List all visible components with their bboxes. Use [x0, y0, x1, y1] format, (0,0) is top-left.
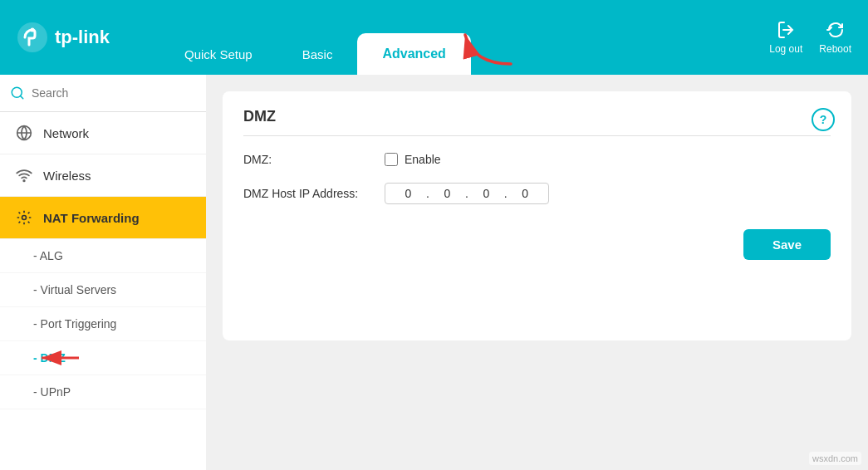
- sidebar-item-wireless-label: Wireless: [43, 169, 91, 183]
- sidebar-item-network-label: Network: [43, 126, 89, 140]
- sidebar-sub-item-upnp[interactable]: - UPnP: [0, 375, 206, 409]
- sidebar-item-wireless[interactable]: Wireless: [0, 154, 206, 197]
- search-input[interactable]: [32, 86, 196, 100]
- watermark: wsxdn.com: [809, 452, 861, 465]
- logo: tp-link: [17, 22, 110, 53]
- content-card: DMZ ? DMZ: Enable DMZ Host IP Address: .: [223, 91, 851, 340]
- ip-octet-4[interactable]: [511, 187, 540, 200]
- search-icon: [10, 86, 25, 100]
- ip-dot-1: .: [426, 187, 429, 200]
- search-bar: [0, 75, 206, 112]
- save-button[interactable]: Save: [743, 229, 831, 260]
- save-button-row: Save: [243, 229, 831, 260]
- dmz-host-ip-label: DMZ Host IP Address:: [243, 187, 368, 200]
- reboot-icon: [826, 20, 846, 40]
- content-area: DMZ ? DMZ: Enable DMZ Host IP Address: .: [206, 75, 868, 470]
- logo-text: tp-link: [55, 27, 110, 48]
- sidebar-item-nat-forwarding[interactable]: NAT Forwarding: [0, 197, 206, 239]
- dmz-label: DMZ:: [243, 153, 368, 166]
- sidebar-sub-item-alg[interactable]: - ALG: [0, 239, 206, 273]
- dmz-enable-row: DMZ: Enable: [243, 153, 831, 166]
- dmz-enable-checkbox[interactable]: [385, 153, 398, 166]
- ip-dot-2: .: [465, 187, 468, 200]
- ip-dot-3: .: [504, 187, 508, 200]
- wifi-icon: [15, 166, 33, 184]
- card-title: DMZ: [243, 108, 831, 136]
- svg-point-4: [23, 180, 25, 182]
- dmz-enable-checkbox-row: Enable: [385, 153, 441, 166]
- tab-basic[interactable]: Basic: [277, 33, 358, 75]
- logout-button[interactable]: Log out: [769, 20, 802, 55]
- ip-octet-2[interactable]: [433, 187, 462, 200]
- nat-icon: [15, 208, 33, 227]
- header: tp-link Quick Setup Basic Advanced Log o…: [0, 0, 868, 75]
- sidebar-sub-item-dmz[interactable]: - DMZ: [0, 341, 206, 375]
- main-layout: Network Wireless NAT Forwarding: [0, 75, 868, 470]
- reboot-button[interactable]: Reboot: [819, 20, 851, 55]
- ip-octet-1[interactable]: [394, 187, 423, 200]
- nav-tabs: Quick Setup Basic Advanced: [159, 0, 769, 75]
- ip-octet-3[interactable]: [472, 187, 501, 200]
- sidebar-sub-item-port-triggering[interactable]: - Port Triggering: [0, 307, 206, 341]
- svg-point-1: [31, 28, 35, 32]
- sidebar-sub-item-virtual-servers[interactable]: - Virtual Servers: [0, 273, 206, 307]
- ip-input: . . .: [385, 183, 549, 204]
- sidebar-item-nat-forwarding-label: NAT Forwarding: [43, 211, 140, 225]
- header-actions: Log out Reboot: [769, 20, 851, 55]
- svg-point-5: [22, 216, 27, 220]
- tp-link-logo-icon: [17, 22, 48, 53]
- help-icon[interactable]: ?: [812, 108, 835, 131]
- dmz-host-ip-row: DMZ Host IP Address: . . .: [243, 183, 831, 204]
- globe-icon: [15, 124, 33, 142]
- tab-advanced[interactable]: Advanced: [357, 33, 470, 75]
- logout-icon: [776, 20, 796, 40]
- sidebar-item-network[interactable]: Network: [0, 112, 206, 154]
- tab-quick-setup[interactable]: Quick Setup: [159, 33, 277, 75]
- dmz-enable-label: Enable: [405, 153, 441, 166]
- sidebar: Network Wireless NAT Forwarding: [0, 75, 206, 470]
